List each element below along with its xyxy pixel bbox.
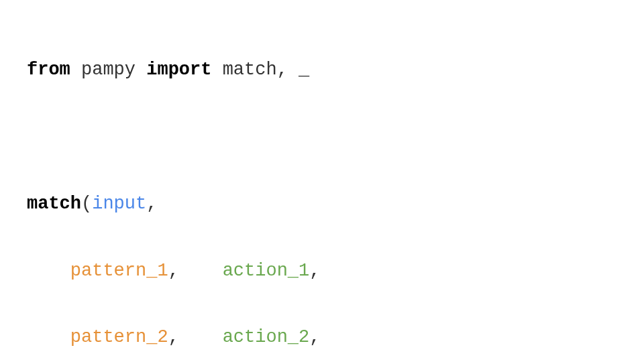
indent	[27, 255, 70, 288]
code-snippet: from pampy import match, _ match(input, …	[27, 20, 617, 362]
param-action-1: action_1	[223, 261, 310, 281]
keyword-import: import	[146, 60, 211, 80]
code-line-5: pattern_2, action_2,	[27, 321, 617, 355]
comma: ,	[309, 261, 320, 281]
indent	[27, 321, 70, 355]
code-line-4: pattern_1, action_1,	[27, 255, 617, 288]
import-names: match, _	[211, 60, 309, 80]
code-line-3: match(input,	[27, 188, 617, 221]
gap	[179, 255, 223, 288]
param-action-2: action_2	[223, 327, 310, 347]
blank-line	[27, 121, 617, 154]
gap	[179, 321, 223, 355]
comma: ,	[309, 327, 320, 347]
param-pattern-1: pattern_1	[70, 261, 168, 281]
paren-open: (	[81, 194, 92, 214]
module-name: pampy	[70, 60, 146, 80]
comma: ,	[146, 194, 157, 214]
code-line-1: from pampy import match, _	[27, 54, 617, 87]
param-input: input	[92, 194, 146, 214]
comma: ,	[168, 261, 179, 281]
comma: ,	[168, 327, 179, 347]
function-match: match	[27, 194, 81, 214]
keyword-from: from	[27, 60, 70, 80]
param-pattern-2: pattern_2	[70, 327, 168, 347]
